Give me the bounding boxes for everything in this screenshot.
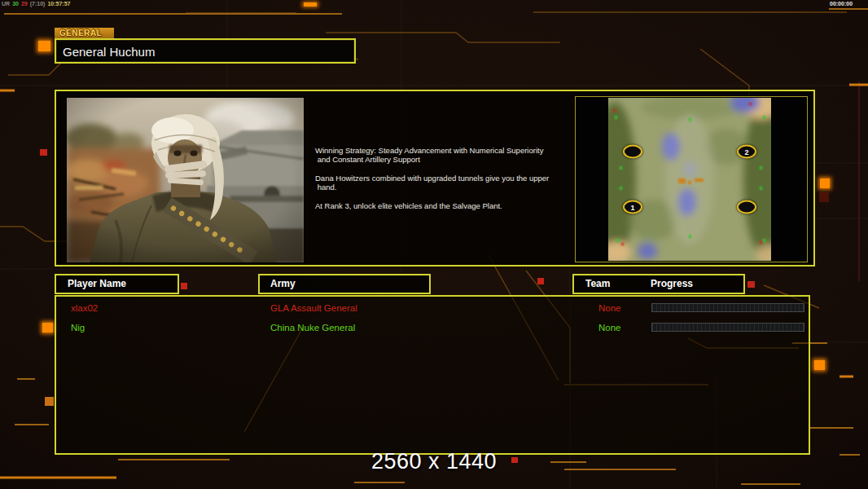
start-position-marker xyxy=(623,145,642,159)
header-team-progress: Team Progress xyxy=(572,274,745,294)
table-row: xlax02GLA Assault GeneralNone xyxy=(56,300,809,319)
progress-bar xyxy=(651,303,804,312)
briefing-panel: Winning Strategy: Steady Advancement wit… xyxy=(55,90,815,267)
minimap-panel: 21 xyxy=(575,96,808,262)
table-row: NigChina Nuke GeneralNone xyxy=(56,319,809,339)
debug-segment: (7:10) xyxy=(30,1,46,7)
cell-army: GLA Assault General xyxy=(270,303,357,313)
debug-overlay: UR3029(7:10)10:57:57 xyxy=(2,1,72,7)
match-timer: 00:00:00 xyxy=(830,1,853,7)
general-name: General Huchum xyxy=(63,45,354,59)
progress-bar xyxy=(651,323,804,332)
cell-player: xlax02 xyxy=(71,303,98,313)
cell-team: None xyxy=(598,303,621,313)
strategy-text: Winning Strategy: Steady Advancement wit… xyxy=(315,146,574,210)
general-tab-label: GENERAL xyxy=(55,28,114,38)
debug-segment: 29 xyxy=(21,1,28,7)
cell-player: Nig xyxy=(71,323,85,333)
debug-segment: 10:57:57 xyxy=(47,1,70,7)
header-player-name: Player Name xyxy=(55,274,179,294)
resolution-watermark: 2560 x 1440 xyxy=(0,449,868,474)
start-position-marker xyxy=(737,200,756,214)
general-portrait xyxy=(67,98,304,262)
general-name-box: General Huchum xyxy=(55,38,356,64)
debug-segment: UR xyxy=(2,1,10,7)
cell-team: None xyxy=(598,323,621,333)
start-position-marker: 2 xyxy=(737,145,756,159)
player-table: xlax02GLA Assault GeneralNoneNigChina Nu… xyxy=(55,295,810,455)
cell-army: China Nuke General xyxy=(270,323,355,333)
header-army: Army xyxy=(258,274,431,294)
loading-screen: UR3029(7:10)10:57:57 00:00:00 GENERAL Ge… xyxy=(0,0,868,489)
start-position-marker: 1 xyxy=(623,200,642,214)
debug-segment: 30 xyxy=(12,1,19,7)
minimap: 21 xyxy=(608,98,771,261)
